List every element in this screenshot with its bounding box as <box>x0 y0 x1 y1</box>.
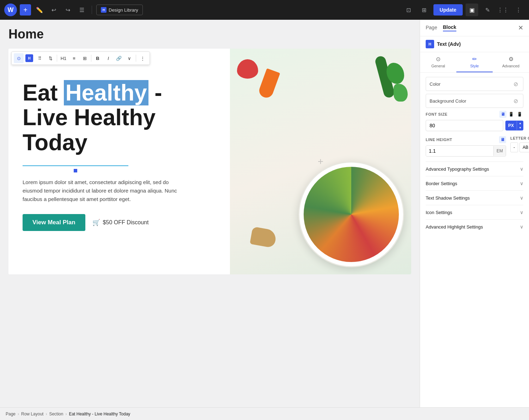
heading-line3: Today <box>23 130 87 155</box>
accordion-shadow-header[interactable]: Text Shadow Settings ∨ <box>426 191 523 205</box>
link-button[interactable]: 🔗 <box>114 53 124 63</box>
add-block-button[interactable]: + <box>20 4 31 16</box>
panel-tabs: Page Block <box>426 24 456 31</box>
unit-arrows: ▲ ▼ <box>517 121 523 130</box>
color-label: Color <box>430 81 440 87</box>
heading-line2: Live Healthy <box>23 105 156 130</box>
menu-button[interactable]: ⋮ <box>512 4 525 16</box>
block-arrows-button[interactable]: ⇅ <box>45 53 55 63</box>
list-view-button[interactable]: ☰ <box>76 4 87 16</box>
bt-divider-2 <box>91 55 91 62</box>
breadcrumb-section[interactable]: Section <box>49 412 63 416</box>
italic-button[interactable]: I <box>103 53 113 63</box>
accordion-shadow-title: Text Shadow Settings <box>426 195 470 201</box>
heading-part2: - <box>148 80 162 105</box>
block-h-button[interactable]: H <box>24 53 34 63</box>
toolbar-divider <box>92 6 92 14</box>
mobile-icon[interactable]: 📱 <box>516 111 523 118</box>
block-info: H Text (Adv) <box>420 36 529 52</box>
herb2-decoration <box>394 84 408 102</box>
unit-up-button[interactable]: ▲ <box>517 121 523 126</box>
top-toolbar: W + ✏️ ↩ ↪ ☰ H Design Library ⊡ ⊞ Update… <box>0 0 529 20</box>
accordion-highlight-title: Advanced Highlight Settings <box>426 224 483 230</box>
desktop-icon[interactable]: 🖥 <box>499 111 506 118</box>
tab-style-label: Style <box>470 64 479 68</box>
right-panel: Page Block ✕ H Text (Adv) ⊙ General ✏ St… <box>420 20 529 407</box>
breadcrumb-sep-2: › <box>45 412 47 416</box>
block-select-button[interactable]: ⊙ <box>14 53 24 63</box>
font-size-row: PX ▲ ▼ <box>426 120 523 131</box>
panel-header: Page Block ✕ <box>420 20 529 36</box>
heading-level-button[interactable]: H1 <box>59 53 68 63</box>
font-size-input[interactable] <box>426 120 503 131</box>
unit-selector: PX ▲ ▼ <box>505 121 523 130</box>
line-height-unit: EM <box>493 146 506 156</box>
accordion-icon-header[interactable]: Icon Settings ∨ <box>426 205 523 219</box>
unit-label: PX <box>505 121 517 130</box>
accordion-border-header[interactable]: Border Settings ∨ <box>426 176 523 190</box>
tab-block[interactable]: Block <box>443 24 456 31</box>
accordion-icon-title: Icon Settings <box>426 210 452 215</box>
bg-color-clear-button[interactable]: ⊘ <box>512 97 519 105</box>
view-meal-plan-button[interactable]: View Meal Plan <box>23 214 85 231</box>
bg-color-row: Background Color ⊘ <box>426 94 523 108</box>
color-clear-button[interactable]: ⊘ <box>512 80 519 88</box>
accordion-shadow-chevron: ∨ <box>520 195 523 201</box>
hero-body-text: Lorem ipsum dolor sit amet, consectetur … <box>23 178 178 203</box>
line-height-label: LINE HEIGHT 🖥 <box>426 136 506 143</box>
accordion-border-chevron: ∨ <box>520 181 523 186</box>
tools-button[interactable]: ✏️ <box>34 4 45 16</box>
transform-button[interactable]: ⊞ <box>80 53 90 63</box>
lh-desktop-icon[interactable]: 🖥 <box>499 136 506 143</box>
ginger-decoration <box>250 226 277 248</box>
more-options-button[interactable]: ⋮⋮ <box>497 4 509 16</box>
edit-button[interactable]: ✎ <box>481 4 494 16</box>
carrot-decoration <box>257 68 280 100</box>
lh-device-icons: 🖥 <box>499 136 506 143</box>
update-button[interactable]: Update <box>433 4 463 16</box>
block-drag-button[interactable]: ⠿ <box>35 53 45 63</box>
external-link-button[interactable]: ⊞ <box>418 4 431 16</box>
align-button[interactable]: ≡ <box>69 53 79 63</box>
bt-divider <box>57 55 57 62</box>
breadcrumb-sep-3: › <box>65 412 67 416</box>
preview-button[interactable]: ⊡ <box>402 4 415 16</box>
more-inline-button[interactable]: ∨ <box>124 53 134 63</box>
bold-button[interactable]: B <box>93 53 103 63</box>
design-library-button[interactable]: H Design Library <box>96 5 143 15</box>
accordion-typography-header[interactable]: Advanced Typography Settings ∨ <box>426 162 523 176</box>
unit-down-button[interactable]: ▼ <box>517 126 523 130</box>
block-options-button[interactable]: ⋮ <box>138 53 147 63</box>
tab-advanced[interactable]: ⚙ Advanced <box>493 52 529 72</box>
sidebar-toggle-button[interactable]: ▣ <box>466 4 478 16</box>
hero-dot <box>74 169 77 172</box>
breadcrumb-bar: Page › Row Layout › Section › Eat Health… <box>0 407 529 420</box>
breadcrumb-current: Eat Healthy - Live Healthy Today <box>69 412 130 416</box>
accordion-highlight-header[interactable]: Advanced Highlight Settings ∨ <box>426 220 523 234</box>
letter-case-buttons: - AB ab Ab <box>510 142 529 152</box>
lc-uppercase-button[interactable]: AB <box>519 142 529 152</box>
accordion-sections: Advanced Typography Settings ∨ Border Se… <box>426 162 523 234</box>
breadcrumb-page[interactable]: Page <box>6 412 16 416</box>
color-row: Color ⊘ <box>426 77 523 91</box>
design-library-label: Design Library <box>109 7 138 13</box>
redo-button[interactable]: ↪ <box>62 4 73 16</box>
design-library-icon: H <box>101 7 107 13</box>
food-background: + <box>230 49 411 274</box>
undo-button[interactable]: ↩ <box>48 4 59 16</box>
accordion-border-title: Border Settings <box>426 181 457 186</box>
lc-dash-button[interactable]: - <box>510 142 518 152</box>
tablet-icon[interactable]: 📱 <box>508 111 515 118</box>
accordion-typography: Advanced Typography Settings ∨ <box>426 162 523 176</box>
breadcrumb-row-layout[interactable]: Row Layout <box>21 412 43 416</box>
tab-page[interactable]: Page <box>426 24 437 31</box>
wordpress-logo[interactable]: W <box>4 4 17 16</box>
tab-general[interactable]: ⊙ General <box>420 52 456 72</box>
plus-overlay: + <box>318 156 323 167</box>
bg-color-label: Background Color <box>430 98 466 104</box>
panel-close-button[interactable]: ✕ <box>518 24 523 32</box>
accordion-highlight: Advanced Highlight Settings ∨ <box>426 219 523 234</box>
tab-style[interactable]: ✏ Style <box>456 52 493 72</box>
tomato-decoration <box>237 59 258 79</box>
line-height-input[interactable] <box>426 146 493 156</box>
